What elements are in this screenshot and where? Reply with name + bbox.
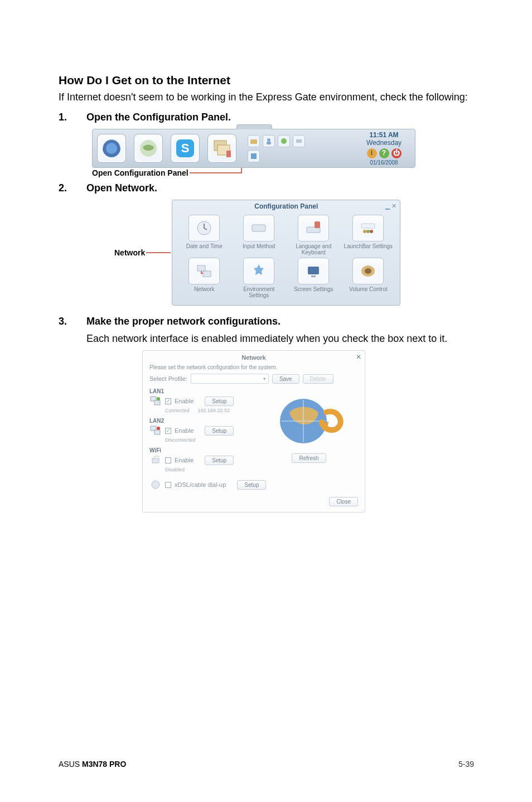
wifi-checkbox[interactable]: ✓: [165, 457, 171, 463]
step-1-num: 1.: [59, 112, 86, 123]
power-icon[interactable]: ⏻: [391, 148, 402, 158]
svg-rect-29: [154, 400, 160, 405]
page-footer: ASUS M3N78 PRO 5-39: [59, 760, 474, 769]
cfg-screen[interactable]: Screen Settings: [287, 258, 340, 298]
svg-rect-12: [296, 139, 302, 143]
svg-point-35: [152, 481, 159, 489]
svg-text:S: S: [181, 141, 190, 155]
cfg-launchbar[interactable]: LaunchBar Settings: [342, 215, 394, 255]
cfg-network-label: Network: [178, 286, 230, 292]
network-dialog-title: Network: [149, 354, 358, 361]
network-label: Network: [114, 248, 145, 257]
svg-point-30: [157, 397, 160, 400]
cfg-network[interactable]: Network: [178, 258, 230, 298]
svg-point-33: [157, 427, 160, 430]
tray-user-icon[interactable]: [263, 135, 275, 147]
lan1-checkbox[interactable]: ✓: [165, 398, 171, 404]
step-2-text: Open Network.: [86, 182, 157, 194]
clock-area: 11:51 AM Wednesday i ? ⏻ 01/16/2008: [357, 131, 410, 166]
profile-select[interactable]: ▾: [191, 374, 269, 384]
tray-media-icon[interactable]: [278, 135, 290, 147]
wifi-enable-label: Enable: [175, 457, 194, 463]
cfg-input-method-label: Input Method: [233, 243, 285, 249]
lan1-enable-label: Enable: [175, 398, 194, 404]
step-3-text: Make the proper network configurations.: [86, 316, 280, 327]
dialog-close-icon[interactable]: ✕: [356, 353, 361, 361]
lan2-icon: [149, 425, 162, 436]
svg-point-21: [370, 230, 373, 233]
step-3-desc: Each network interface is enabled immedi…: [86, 333, 447, 345]
lan1-status: Connected: [165, 408, 190, 413]
cfg-screen-label: Screen Settings: [287, 286, 340, 292]
wifi-setup-button[interactable]: Setup: [205, 456, 234, 465]
wifi-title: WiFi: [149, 447, 250, 453]
lan2-checkbox[interactable]: ✓: [165, 428, 171, 434]
close-button[interactable]: Close: [329, 497, 358, 506]
globe-icon[interactable]: [134, 134, 163, 163]
cfg-volume[interactable]: Volume Control: [342, 258, 394, 298]
tray-settings-icon[interactable]: [248, 150, 260, 162]
step-1-text: Open the Configuration Panel.: [86, 112, 231, 123]
cfg-volume-label: Volume Control: [342, 286, 394, 292]
skype-icon[interactable]: S: [171, 134, 200, 163]
lan2-title: LAN2: [149, 418, 250, 424]
callout-line: [188, 168, 244, 178]
dialup-checkbox[interactable]: ✓: [165, 482, 171, 488]
svg-rect-22: [197, 265, 205, 271]
taskbar: S 11:51 AM Wednesday i ? ⏻ 01/: [92, 129, 415, 168]
taskbar-tab: [236, 124, 272, 129]
tray-print-icon[interactable]: [293, 135, 305, 147]
footer-model: M3N78 PRO: [82, 760, 126, 769]
wifi-block: WiFi ✓ Enable Setup Disabled: [149, 447, 250, 472]
svg-point-19: [363, 230, 366, 233]
info-icon[interactable]: i: [367, 148, 377, 158]
svg-rect-13: [251, 153, 257, 159]
lan2-setup-button[interactable]: Setup: [205, 426, 234, 436]
svg-rect-18: [361, 224, 375, 228]
svg-rect-24: [308, 267, 319, 274]
lan2-status: Disconnected: [165, 437, 250, 443]
lan2-enable-label: Enable: [175, 427, 194, 434]
help-icon[interactable]: ?: [379, 148, 389, 158]
clock-time: 11:51 AM: [357, 131, 410, 139]
cfg-language[interactable]: Language and Keyboard: [287, 215, 340, 255]
svg-rect-23: [203, 271, 211, 277]
cfg-launchbar-label: LaunchBar Settings: [342, 243, 394, 249]
lan1-setup-button[interactable]: Setup: [205, 397, 234, 406]
cfg-date-time-label: Date and Time: [178, 243, 230, 249]
dialup-label: xDSL/cable dial-up: [175, 481, 226, 488]
tray-folder-icon[interactable]: [248, 135, 260, 147]
wifi-icon: [149, 455, 162, 466]
dialup-icon: [149, 479, 162, 490]
lan1-icon: [149, 395, 162, 407]
refresh-button[interactable]: Refresh: [292, 453, 326, 463]
cfg-date-time[interactable]: Date and Time: [178, 215, 230, 255]
save-button[interactable]: Save: [272, 374, 299, 384]
cfg-input-method[interactable]: Input Method: [233, 215, 285, 255]
wifi-status: Disabled: [165, 467, 250, 472]
lan1-ip: 192.168.22.52: [198, 408, 230, 413]
svg-point-20: [366, 230, 370, 233]
svg-rect-25: [311, 276, 316, 277]
config-panel-icon[interactable]: [207, 134, 236, 163]
svg-rect-15: [252, 225, 265, 231]
delete-button[interactable]: Delete: [303, 374, 333, 384]
dialup-setup-button[interactable]: Setup: [237, 480, 266, 490]
step-3-num: 3.: [59, 316, 86, 327]
cfg-environment-label: Environment Settings: [233, 286, 285, 298]
cfg-language-label: Language and Keyboard: [287, 243, 340, 255]
footer-page: 5-39: [458, 760, 474, 769]
clock-day: Wednesday: [357, 139, 410, 147]
callout-line-2: [145, 248, 172, 258]
svg-point-1: [106, 143, 117, 154]
lan1-block: LAN1 ✓ Enable Setup Connected 192.168.22…: [149, 388, 250, 413]
minimize-icon[interactable]: ▁: [385, 202, 390, 210]
close-icon[interactable]: ✕: [391, 202, 396, 210]
intro-text: If Internet doesn't seem to be working i…: [59, 90, 474, 104]
browser-icon[interactable]: [97, 134, 126, 163]
network-subtitle: Please set the network configuration for…: [149, 364, 358, 370]
cfg-environment[interactable]: Environment Settings: [233, 258, 285, 298]
network-illustration: Refresh: [264, 393, 354, 463]
clock-date: 01/16/2008: [357, 160, 410, 166]
svg-rect-34: [152, 458, 159, 463]
